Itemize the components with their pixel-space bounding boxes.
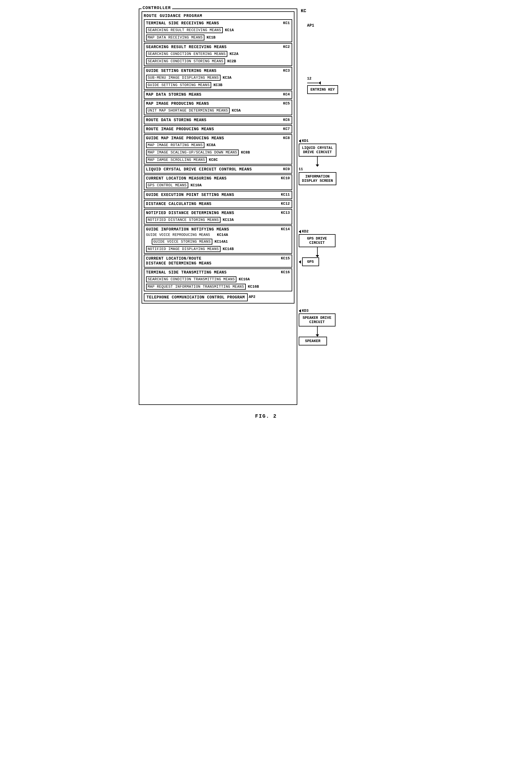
kc14a1-row: GUIDE VOICE STORING MEANS KC14A1 (152, 238, 290, 245)
kc4-num: KC4 (283, 92, 290, 97)
kc6-section: ROUTE DATA STORING MEANS KC6 (144, 116, 292, 124)
kc1b-item: MAP DATA RECEIVING MEANS (146, 35, 204, 40)
kc7-num: KC7 (283, 127, 290, 131)
kc5a-row: UNIT MAP SHORTAGE DETERMINING MEANS KC5A (146, 107, 290, 113)
ap1-label: AP1 (307, 23, 314, 28)
kc-main-label: KC (301, 8, 306, 14)
kc14-section: GUIDE INFORMATION NOTIFYING MEANS KC14 G… (144, 225, 292, 254)
kd1-label: KD1 (302, 139, 309, 143)
kc16b-row: MAP REQUEST INFORMATION TRANSMITTING MEA… (146, 283, 290, 290)
kc8b-item: MAP IMAGE SCALING-UP/SCALING DOWN MEANS (146, 149, 239, 155)
kc14b-item: NOTIFIED IMAGE DISPLAYING MEANS (146, 246, 220, 252)
kc3b-num: KC3B (211, 83, 222, 87)
kd1-row: KD1 (299, 139, 309, 143)
kc2-label: SEARCHING RESULT RECEIVING MEANS (146, 45, 227, 49)
kc2a-row: SEARCHING CONDITION ENTERING MEANS KC2A (146, 50, 290, 57)
kc8c-row: MAP IAMGE SCROLLING MEANS KC8C (146, 156, 290, 163)
kc4-label: MAP DATA STORING MEANS (146, 92, 201, 97)
kc4-section: MAP DATA STORING MEANS KC4 (144, 91, 292, 99)
kc5-section: MAP IMAGE PRODUCING MEANS KC5 UNIT MAP S… (144, 100, 292, 115)
kd1-arrowhead-left (299, 139, 301, 143)
kc3-section: GUIDE SETTING ENTERING MEANS KC3 SUB-MEN… (144, 67, 292, 90)
kc8c-item: MAP IAMGE SCROLLING MEANS (146, 157, 207, 163)
kc1a-item: SEARCHING RESULT RECEIVING MEANS (146, 27, 223, 33)
kc6-label: ROUTE DATA STORING MEANS (146, 118, 207, 122)
kc8a-num: KC8A (204, 143, 215, 147)
kd3-arrow-down (316, 334, 319, 337)
item11-box: INFORMATIONDISPLAY SCREEN (299, 172, 336, 185)
gps-arrow-left (299, 260, 301, 264)
kc2b-item: SEARCHING CONDITION STORING MEANS (146, 58, 225, 64)
kd1-arrow-down (316, 164, 319, 167)
kd1-vline (317, 157, 318, 164)
controller-label: CONTROLLER (141, 6, 172, 10)
kc16-label: TERMINAL SIDE TRANSMITTING MEANS (146, 270, 227, 275)
kc2b-row: SEARCHING CONDITION STORING MEANS KC2B (146, 57, 290, 64)
kc10a-row: GPS CONTROL MEANS KC10A (146, 181, 290, 188)
kc13-section: NOTIFIED DISTANCE DETERMINING MEANS KC13… (144, 209, 292, 224)
kd2-box: GPS DRIVECIRCUIT (299, 234, 336, 247)
kc10a-item: GPS CONTROL MEANS (146, 182, 188, 188)
kc13-num: KC13 (281, 211, 290, 215)
kc16b-item: MAP REQUEST INFORMATION TRANSMITTING MEA… (146, 284, 246, 290)
kc13-label: NOTIFIED DISTANCE DETERMINING MEANS (146, 211, 234, 215)
kc5-num: KC5 (283, 101, 290, 106)
right-side: KC AP1 12 ENTRING KEY KD1 LIQUID CRYSTAL… (299, 8, 378, 405)
kd2-arrowhead (299, 230, 301, 233)
entering-key-arrow (307, 81, 321, 85)
kd3-arrowhead (299, 309, 301, 312)
ap2-block: TELEPHONE COMMUNICATION CONTROL PROGRAM (144, 293, 248, 301)
kc8-section: GUIDE MAP IMAGE PRODUCING MEANS KC8 MAP … (144, 134, 292, 164)
kd3-group: KD3 SPEAKER DRIVECIRCUIT SPEAKER (299, 309, 336, 345)
kc5-label: MAP IMAGE PRODUCING MEANS (146, 101, 209, 106)
kc8a-row: MAP IMAGE ROTATING MEANS KC8A (146, 141, 290, 148)
kc10a-num: KC10A (188, 183, 201, 187)
kd2-group: KD2 GPS DRIVECIRCUIT GPS (299, 229, 336, 266)
kc1a-num: KC1A (223, 28, 234, 32)
kc8a-item: MAP IMAGE ROTATING MEANS (146, 142, 204, 148)
kc10-label: CURRENT LOCATION MEASURING MEANS (146, 176, 227, 181)
kc15-section: CURRENT LOCATION/ROUTEDISTANCE DETERMINI… (144, 254, 292, 267)
gps-group: GPS (299, 257, 319, 266)
kc3-label: GUIDE SETTING ENTERING MEANS (146, 68, 216, 73)
kc9-section: LIQUID CRYSTAL DRIVE CIRCUIT CONTROL MEA… (144, 165, 292, 174)
kc5a-item: UNIT MAP SHORTAGE DETERMINING MEANS (146, 108, 230, 113)
gps-box: GPS (302, 257, 319, 266)
kc14a1-item: GUIDE VOICE STORING MEANS (152, 239, 212, 245)
kc2a-num: KC2A (227, 52, 238, 56)
kd2-label: KD2 (302, 229, 309, 234)
kc1b-num: KC1B (204, 35, 215, 40)
kc11-label: GUIDE EXECUTION POINT SETTING MEANS (146, 192, 234, 197)
entering-key-hline (307, 83, 319, 83)
kc3-num: KC3 (283, 68, 290, 73)
kc2b-num: KC2B (225, 59, 236, 63)
kc14a1-num: KC14A1 (212, 239, 228, 244)
kc12-label: DISTANCE CALCULATING MEANS (146, 202, 211, 206)
kc1a-row: SEARCHING RESULT RECEIVING MEANS KC1A (146, 26, 290, 33)
kc3b-row: GUIDE SETTING STORING MEANS KC3B (146, 81, 290, 88)
kc16-section: TERMINAL SIDE TRANSMITTING MEANS KC16 SE… (144, 268, 292, 291)
kd2-vline (317, 247, 318, 255)
kc8-num: KC8 (283, 136, 290, 140)
kc7-label: ROUTE IMAGE PRODUCING MEANS (146, 127, 214, 131)
kd2-row: KD2 (299, 229, 309, 234)
kc11-section: GUIDE EXECUTION POINT SETTING MEANS KC11 (144, 191, 292, 199)
kc8b-num: KC8B (239, 150, 250, 155)
kc1-section: TERMINAL SIDE RECEIVING MEANS KC1 SEARCH… (144, 19, 292, 42)
kc1-num: KC1 (283, 21, 290, 25)
speaker-box: SPEAKER (299, 337, 327, 345)
item11-num: 11 (299, 167, 303, 171)
kd1-group: KD1 LIQUID CRYSTALDRIVE CIRCUIT 11 INFOR… (299, 139, 336, 185)
kc1-label: TERMINAL SIDE RECEIVING MEANS (146, 21, 219, 25)
entering-key-group: 12 ENTRING KEY (307, 76, 338, 94)
kd3-vline (317, 326, 318, 334)
kc2-num: KC2 (283, 45, 290, 49)
entering-key-box: ENTRING KEY (307, 85, 338, 94)
kd2-arrow-down (316, 255, 319, 257)
ap2-row: TELEPHONE COMMUNICATION CONTROL PROGRAM … (144, 292, 292, 301)
kc15-num: KC15 (281, 256, 290, 260)
kc14a-row: GUIDE VOICE REPRODUCING MEANS KC14A GUID… (146, 232, 290, 245)
kc16b-num: KC16B (246, 284, 259, 289)
kc16a-row: SEARCHING CONDITION TRANSMITTING MEANS K… (146, 275, 290, 282)
kc14-label: GUIDE INFORMATION NOTIFYING MEANS (146, 227, 229, 232)
